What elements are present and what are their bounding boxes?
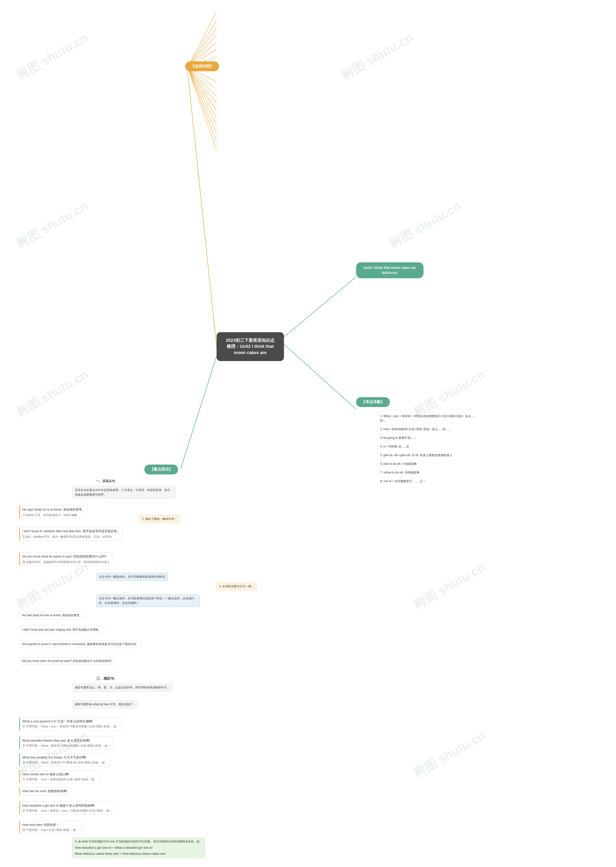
right-item-2: 2. How +形容词/副词+主语+谓语+其他！多么......的......	[380, 427, 481, 431]
excl-ex-3: What fine weather it is today! 今天天气多好啊! …	[19, 754, 110, 766]
watermark-3: 树图 shutu.cn	[13, 198, 91, 252]
excl-ex-4: How careful she is! 她多么细心啊! ① 可用句型："How …	[19, 770, 100, 783]
svg-line-20	[188, 68, 217, 134]
central-node: 2023初三下册英语知识点 梳理：Unit2 I think that moon…	[217, 332, 284, 361]
svg-line-5	[188, 20, 217, 68]
tense-rule-1: 当主句为一般现在时，从句可根据实际使用任何时态	[96, 573, 168, 581]
tense-example-3: She wanted to know if I had finished m h…	[19, 640, 142, 648]
excl-ex-1: What a nice present it is! 它是一件多么好的礼物啊! …	[19, 717, 122, 730]
watermark-8: 树图 shutu.cn	[410, 559, 489, 614]
watermark-1: 树图 shutu.cn	[13, 29, 91, 84]
svg-line-18	[188, 68, 217, 118]
svg-line-4	[188, 11, 217, 68]
watermark-6: 树图 shutu.cn	[410, 366, 489, 421]
right-item-4: 4. in + 时间段 在......后	[380, 444, 481, 448]
excl-ex-7: How time flies! 光阴似箭！ ③ 可用句型："How+主语+谓语+…	[19, 821, 82, 834]
svg-line-3	[284, 344, 356, 409]
tense-example-4: Did you know when he would be back? 你知道他…	[19, 657, 114, 665]
right-item-3: 3. be going to 将要/打算......	[380, 436, 481, 440]
right-item-5: 5. give sb. sth.=give sth. to sb. 给某人某物;…	[380, 453, 481, 457]
tense-example-1: He said (that) he was at home. 他说他在家里。	[19, 611, 85, 619]
grammar-ex2-sentence: I don't know if / whether Wei Hua likes …	[22, 529, 120, 533]
watermark-5: 树图 shutu.cn	[13, 366, 91, 421]
exclamatory-intro: 感叹句通常这么：努、爱、乐、以及以性的等，经常用惊奇有感情的句子。	[72, 684, 173, 692]
right-item-1: 1. What + a(n) + 形容词 + 可数名词的单数形式+主语+谓语+其…	[380, 414, 481, 423]
grammar-ex3-sentence: Do you know what he wants to buy? 你知道他想要…	[22, 554, 110, 559]
tense-rule-2: 当主句为一般过去时，从句应使用过去的某个时态（一般过去时、过去进行时、过去将来时…	[96, 595, 200, 607]
grammar-ex1-rule: ① 由that 引导，表示陈述意义，that可省略	[22, 513, 85, 517]
grammar-section-title: 一、宾语从句	[96, 479, 115, 483]
grammar-ex2-rule: ② 由if，whether引导，表示一般疑问句意义(带有是否、已否、对否等)	[22, 535, 120, 539]
grammar-example-2: I don't know if / whether Wei Hua likes …	[19, 527, 123, 541]
svg-line-1	[181, 356, 217, 469]
excl-transform-note: 3. 由 what 引导的感叹句与 how 引导的感叹句有时可以转换，也句中的部…	[72, 838, 205, 858]
branch-grammar: 【重点语法】	[145, 464, 178, 474]
tense-title-box: 2. 从句时态要与主句一致：	[217, 582, 257, 590]
svg-line-0	[188, 72, 217, 346]
svg-line-22	[188, 68, 217, 150]
grammar-example-3: Do you know what he wants to buy? 你知道他想要…	[19, 552, 112, 566]
watermark-2: 树图 shutu.cn	[338, 29, 416, 84]
central-node-text: 2023初三下册英语知识点 梳理：Unit2 I think that moon…	[226, 337, 275, 356]
excl-ex-5: How fast he runs! 他跑得多快啊!	[19, 787, 70, 795]
svg-line-19	[188, 68, 217, 125]
svg-line-16	[188, 68, 217, 104]
grammar-intro-box: 宾语从句在复合句中作宾语来使用，三大考点：引导词、时态和语序。其中，读者必须掌握…	[72, 486, 176, 499]
right-item-8: 8. one of + 名词复数形式：......之一	[380, 479, 481, 483]
watermark-7: 树图 shutu.cn	[13, 559, 91, 614]
grammar-sub1-title: 1. 南向下面的一般词引导：	[140, 515, 180, 523]
grammar-example-1: He says (that) he is at home. 他说他在家里。 ① …	[19, 505, 88, 519]
watermark-10: 树图 shutu.cn	[410, 727, 489, 782]
excl-ex-6: How beautiful a girl she is! 她是个多么漂亮的姑娘啊…	[19, 801, 115, 815]
branch-kaodian: 【考点详解】	[356, 397, 390, 407]
right-item-7: 7. refuse to do sth. 拒绝做某事	[380, 470, 481, 475]
grammar-ex3-rule: ③ 由疑问代词、连接副词引导特殊疑问句引导，表示特殊疑问句意义	[22, 560, 110, 564]
svg-line-17	[188, 68, 217, 111]
branch-unit2-title: Unit2 I think that moon cakes are delici…	[356, 262, 423, 278]
right-detail-list: 1. What + a(n) + 形容词 + 可数名词的单数形式+主语+谓语+其…	[380, 414, 481, 488]
page-container: 树图 shutu.cn 树图 shutu.cn 树图 shutu.cn 树图 s…	[0, 0, 616, 867]
svg-line-21	[188, 68, 217, 142]
watermark-4: 树图 shutu.cn	[386, 198, 464, 252]
svg-line-2	[284, 277, 356, 337]
right-item-6: 6. plan to do sth. 计划做某事	[380, 462, 481, 466]
branch-phrase-summary: 【短语归纳】	[185, 61, 219, 71]
excl-ex-2: What beautiful flowers they are! 多么漂亮的花啊…	[19, 736, 113, 749]
svg-line-15	[188, 68, 217, 96]
exclamatory-title: 三、感叹句	[96, 677, 114, 681]
exclamatory-tip: 感叹句通常由 what 或 how 引导，现分述如下：	[72, 700, 138, 708]
tense-example-2: I didn't know that she was singing now. …	[19, 626, 104, 634]
grammar-ex1-sentence: He says (that) he is at home. 他说他在家里。	[22, 507, 85, 512]
